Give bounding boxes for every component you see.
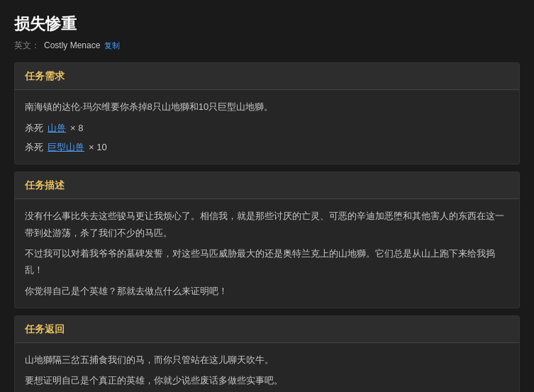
- return-header: 任务返回: [15, 316, 519, 343]
- requirements-title: 任务需求: [25, 70, 65, 82]
- description-header: 任务描述: [15, 172, 519, 199]
- description-para-1: 没有什么事比失去这些骏马更让我烦心了。相信我，就是那些讨厌的亡灵、可恶的辛迪加恶…: [25, 208, 509, 241]
- task-kill-label-1: 杀死: [25, 120, 43, 136]
- task-link-1[interactable]: 山兽: [48, 120, 66, 136]
- task-item-2: 杀死 巨型山兽 × 10: [25, 139, 509, 155]
- return-body: 山地獅隔三岔五捕食我们的马，而你只管站在这儿聊天吹牛。 要想证明自己是个真正的英…: [15, 343, 519, 392]
- page-title: 损失惨重: [14, 11, 520, 36]
- return-section: 任务返回 山地獅隔三岔五捕食我们的马，而你只管站在这儿聊天吹牛。 要想证明自己是…: [14, 315, 520, 392]
- copy-button[interactable]: 复制: [104, 40, 120, 51]
- task-count-1: × 8: [70, 120, 83, 136]
- requirements-intro: 南海镇的达伦·玛尔维要你杀掉8只山地獅和10只巨型山地獅。: [25, 99, 509, 115]
- return-para-2: 要想证明自己是个真正的英雄，你就少说些废话多做些实事吧。: [25, 372, 509, 388]
- return-title: 任务返回: [25, 323, 65, 335]
- task-kill-label-2: 杀死: [25, 139, 43, 155]
- requirements-header: 任务需求: [15, 63, 519, 90]
- description-body: 没有什么事比失去这些骏马更让我烦心了。相信我，就是那些讨厌的亡灵、可恶的辛迪加恶…: [15, 199, 519, 308]
- english-line: 英文： Costly Menace 复制: [14, 39, 520, 52]
- requirements-section: 任务需求 南海镇的达伦·玛尔维要你杀掉8只山地獅和10只巨型山地獅。 杀死 山兽…: [14, 62, 520, 164]
- task-item-1: 杀死 山兽 × 8: [25, 120, 509, 136]
- description-title: 任务描述: [25, 179, 65, 191]
- task-count-2: × 10: [89, 139, 107, 155]
- description-section: 任务描述 没有什么事比失去这些骏马更让我烦心了。相信我，就是那些讨厌的亡灵、可恶…: [14, 172, 520, 308]
- requirements-body: 南海镇的达伦·玛尔维要你杀掉8只山地獅和10只巨型山地獅。 杀死 山兽 × 8 …: [15, 90, 519, 164]
- task-link-2[interactable]: 巨型山兽: [48, 139, 84, 155]
- description-para-2: 不过我可以对着我爷爷的墓碑发誓，对这些马匹威胁最大的还是奥特兰克上的山地獅。它们…: [25, 245, 509, 279]
- return-para-1: 山地獅隔三岔五捕食我们的马，而你只管站在这儿聊天吹牛。: [25, 352, 509, 368]
- english-label: 英文：: [14, 39, 40, 52]
- description-para-3: 你觉得自己是个英雄？那就去做点什么来证明吧！: [25, 283, 509, 299]
- english-name: Costly Menace: [44, 39, 100, 52]
- page-container: 损失惨重 英文： Costly Menace 复制 任务需求 南海镇的达伦·玛尔…: [0, 0, 534, 392]
